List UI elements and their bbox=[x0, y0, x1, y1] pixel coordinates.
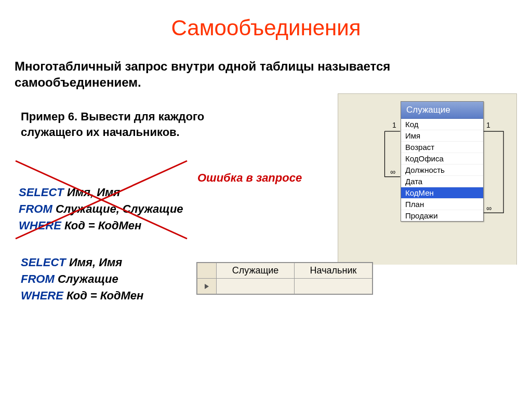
db-field-item[interactable]: Возраст bbox=[401, 142, 483, 153]
column-header[interactable]: Служащие bbox=[217, 263, 295, 279]
row-selector[interactable] bbox=[197, 279, 217, 294]
sql-keyword-where: WHERE bbox=[19, 219, 61, 232]
db-field-item[interactable]: КодМен bbox=[401, 187, 483, 199]
sql-keyword-from: FROM bbox=[21, 272, 55, 285]
sql-condition: Код = КодМен bbox=[66, 289, 143, 302]
error-label: Ошибка в запросе bbox=[197, 171, 302, 185]
multiplicity-label: 1 bbox=[392, 121, 396, 129]
relationships-panel[interactable]: 1 ∞ 1 ∞ Служащие КодИмяВозрастКодОфисаДо… bbox=[338, 93, 517, 265]
db-field-item[interactable]: КодОфиса bbox=[401, 153, 483, 164]
sql-block-alt: SELECT Имя, Имя FROM Служащие WHERE Код … bbox=[21, 254, 143, 304]
db-table-header[interactable]: Служащие bbox=[401, 102, 483, 119]
db-field-list[interactable]: КодИмяВозрастКодОфисаДолжностьДатаКодМен… bbox=[401, 119, 483, 221]
db-field-item[interactable]: Должность bbox=[401, 164, 483, 176]
sql-keyword-where: WHERE bbox=[21, 289, 63, 302]
db-field-item[interactable]: Имя bbox=[401, 130, 483, 142]
column-header[interactable]: Начальник bbox=[295, 263, 373, 279]
sql-block-wrong: SELECT Имя, Имя FROM Служащие, Служащие … bbox=[19, 184, 183, 234]
multiplicity-label: 1 bbox=[486, 121, 490, 129]
row-selector-header bbox=[197, 263, 217, 279]
example-prompt: Пример 6. Вывести для каждого служащего … bbox=[21, 109, 239, 140]
sql-tables: Служащие, Служащие bbox=[56, 202, 183, 215]
result-datasheet[interactable]: Служащие Начальник bbox=[196, 262, 373, 295]
db-field-item[interactable]: План bbox=[401, 199, 483, 210]
sql-keyword-select: SELECT bbox=[21, 256, 66, 269]
sql-tables: Служащие bbox=[58, 272, 118, 285]
db-field-item[interactable]: Код bbox=[401, 119, 483, 130]
data-cell[interactable] bbox=[217, 279, 295, 294]
multiplicity-label: ∞ bbox=[486, 204, 491, 212]
db-field-item[interactable]: Дата bbox=[401, 176, 483, 187]
definition-text: Многотабличный запрос внутри одной табли… bbox=[15, 58, 409, 90]
slide-title: Самообъединения bbox=[0, 16, 532, 40]
db-field-item[interactable]: Продажи bbox=[401, 210, 483, 221]
sql-fields: Имя, Имя bbox=[67, 186, 120, 199]
sql-keyword-from: FROM bbox=[19, 202, 52, 215]
multiplicity-label: ∞ bbox=[390, 168, 395, 176]
sql-keyword-select: SELECT bbox=[19, 186, 64, 199]
db-table-box[interactable]: Служащие КодИмяВозрастКодОфисаДолжностьД… bbox=[401, 101, 484, 222]
sql-condition: Код = КодМен bbox=[64, 219, 141, 232]
current-row-marker-icon bbox=[205, 284, 209, 289]
sql-fields: Имя, Имя bbox=[69, 256, 122, 269]
data-cell[interactable] bbox=[295, 279, 373, 294]
